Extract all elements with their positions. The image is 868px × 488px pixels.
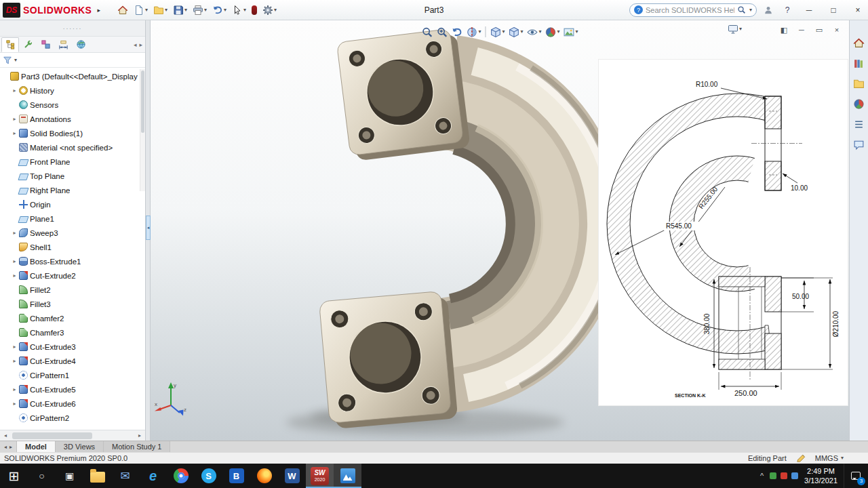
expand-arrow-icon[interactable]: ▸: [11, 87, 18, 94]
view-orientation-button[interactable]: ▾: [488, 24, 506, 40]
menu-expand-icon[interactable]: ▸: [97, 7, 100, 14]
tree-item-fillet3[interactable]: Fillet3: [0, 297, 145, 311]
user-account-button[interactable]: [761, 2, 776, 18]
collapse-panel-tab[interactable]: ◂: [146, 216, 151, 240]
expand-arrow-icon[interactable]: ▸: [11, 386, 18, 392]
graphics-area[interactable]: R10.00 10.00 R255.00 R545.00 50.00 380.0…: [151, 20, 849, 441]
taskbar-item-search[interactable]: ○: [28, 464, 56, 488]
options-button[interactable]: ▾: [260, 2, 279, 18]
taskbar-item-firefox[interactable]: [250, 464, 278, 488]
doc-restore-button[interactable]: ▭: [811, 23, 827, 37]
tree-item-solid-bodies-1[interactable]: ▸Solid Bodies(1): [0, 126, 145, 140]
pane-left-button[interactable]: ◧: [776, 23, 792, 37]
expand-arrow-icon[interactable]: ▸: [11, 358, 18, 364]
maximize-button[interactable]: □: [823, 1, 844, 19]
expand-arrow-icon[interactable]: ▸: [11, 344, 18, 350]
search-icon[interactable]: [737, 5, 746, 14]
taskbar-item-solidworks-2020[interactable]: SW2020: [306, 464, 334, 488]
tree-item-boss-extrude1[interactable]: ▸Boss-Extrude1: [0, 254, 145, 268]
undo-button[interactable]: ▾: [210, 2, 229, 18]
tree-item-shell1[interactable]: Shell1: [0, 240, 145, 254]
action-center-button[interactable]: 3: [844, 464, 867, 488]
hide-show-items-button[interactable]: ▾: [526, 24, 543, 40]
expand-arrow-icon[interactable]: ▸: [11, 401, 18, 407]
tab-displaymanager[interactable]: [72, 37, 90, 52]
solidworks-agent-tray-icon[interactable]: [781, 472, 787, 479]
tree-item-chamfer3[interactable]: Chamfer3: [0, 325, 145, 340]
tab-propertymanager[interactable]: [19, 37, 37, 52]
taskbar-item-edge[interactable]: e: [139, 464, 167, 488]
taskbar-item-task-view[interactable]: ▣: [56, 464, 83, 488]
tree-item-part3-root[interactable]: Part3 (Default<<Default>_Display Sta: [0, 69, 145, 83]
open-button[interactable]: ▾: [151, 2, 170, 18]
tree-item-chamfer2[interactable]: Chamfer2: [0, 311, 145, 325]
taskbar-clock[interactable]: 2:49 PM 3/13/2021: [804, 466, 837, 486]
close-button[interactable]: ×: [848, 1, 868, 19]
tree-item-history[interactable]: ▸History: [0, 83, 145, 98]
tree-item-fillet2[interactable]: Fillet2: [0, 283, 145, 297]
help-button[interactable]: ?: [780, 2, 795, 18]
new-document-button[interactable]: ▾: [132, 2, 150, 18]
tab-configurationmanager[interactable]: [37, 37, 54, 52]
appearances-button[interactable]: [852, 96, 867, 111]
zoom-area-button[interactable]: [435, 24, 449, 40]
caret-down-icon[interactable]: ▾: [749, 7, 752, 13]
expand-arrow-icon[interactable]: ▸: [11, 230, 18, 236]
antivirus-tray-icon[interactable]: [770, 472, 776, 479]
home-button[interactable]: [115, 2, 130, 18]
scroll-left-icon[interactable]: ◂: [134, 41, 137, 48]
tree-scrollbar[interactable]: [140, 69, 145, 191]
solidworks-logo[interactable]: DS SOLIDWORKS ▸: [3, 3, 100, 18]
forum-button[interactable]: [852, 137, 867, 152]
tree-item-origin[interactable]: Origin: [0, 197, 145, 211]
display-tray-icon[interactable]: [791, 472, 798, 479]
tree-item-material-not-specified[interactable]: Material <not specified>: [0, 140, 145, 155]
tabs-scroll-left-icon[interactable]: ◂: [4, 444, 7, 450]
units-selector[interactable]: MMGS ▾: [815, 454, 844, 462]
expand-arrow-icon[interactable]: ▸: [11, 130, 18, 136]
print-button[interactable]: ▾: [191, 2, 209, 18]
tab-motion-study-1[interactable]: Motion Study 1: [104, 441, 170, 452]
tray-expand-icon[interactable]: ^: [760, 472, 764, 480]
tree-item-cut-extrude3[interactable]: ▸Cut-Extrude3: [0, 340, 145, 354]
tree-item-right-plane[interactable]: Right Plane: [0, 183, 145, 197]
tabs-scroll-right-icon[interactable]: ▸: [9, 444, 12, 450]
save-button[interactable]: ▾: [171, 2, 189, 18]
tab-featuremanager[interactable]: [1, 37, 19, 52]
tree-item-annotations[interactable]: ▸Annotations: [0, 112, 145, 126]
previous-view-button[interactable]: [450, 24, 464, 40]
hscroll-left-icon[interactable]: ◂: [0, 432, 11, 439]
hscroll-thumb[interactable]: [12, 432, 92, 439]
minimize-button[interactable]: ─: [799, 1, 819, 19]
tree-item-cut-extrude4[interactable]: ▸Cut-Extrude4: [0, 354, 145, 368]
tree-item-top-plane[interactable]: Top Plane: [0, 169, 145, 183]
tree-item-sweep3[interactable]: ▸Sweep3: [0, 226, 145, 240]
tree-item-cut-extrude5[interactable]: ▸Cut-Extrude5: [0, 382, 145, 396]
expand-arrow-icon[interactable]: ▸: [11, 116, 18, 122]
taskbar-item-skype[interactable]: S: [195, 464, 222, 488]
taskbar-item-mail[interactable]: ✉: [111, 464, 139, 488]
select-tool-button[interactable]: ▾: [230, 2, 248, 18]
taskbar-item-photos[interactable]: [334, 464, 361, 488]
tree-item-cirpattern1[interactable]: CirPattern1: [0, 368, 145, 382]
apply-scene-button[interactable]: ▾: [562, 24, 580, 40]
tab-model[interactable]: Model: [17, 441, 56, 452]
custom-properties-button[interactable]: [852, 117, 867, 131]
edit-appearance-button[interactable]: ▾: [544, 24, 561, 40]
taskbar-item-start[interactable]: ⊞: [0, 464, 28, 488]
taskbar-item-file-explorer[interactable]: [83, 464, 111, 488]
design-library-button[interactable]: [852, 56, 867, 70]
file-explorer-button[interactable]: [852, 76, 867, 91]
help-search-box[interactable]: ? Search SOLIDWORKS Help ▾: [629, 3, 757, 17]
display-style-button[interactable]: ▾: [507, 24, 524, 40]
tree-item-cut-extrude6[interactable]: ▸Cut-Extrude6: [0, 396, 145, 411]
tree-item-cut-extrude2[interactable]: ▸Cut-Extrude2: [0, 268, 145, 283]
commandmanager-handle[interactable]: ∙∙∙∙∙∙: [0, 20, 145, 37]
taskbar-item-app-b[interactable]: B: [222, 464, 250, 488]
taskbar-item-chrome[interactable]: [167, 464, 195, 488]
annotation-pencil-icon[interactable]: [796, 453, 806, 463]
expand-arrow-icon[interactable]: ▸: [11, 258, 18, 264]
tree-item-sensors[interactable]: Sensors: [0, 98, 145, 112]
scroll-right-icon[interactable]: ▸: [139, 41, 142, 48]
doc-minimize-button[interactable]: ─: [793, 23, 810, 37]
